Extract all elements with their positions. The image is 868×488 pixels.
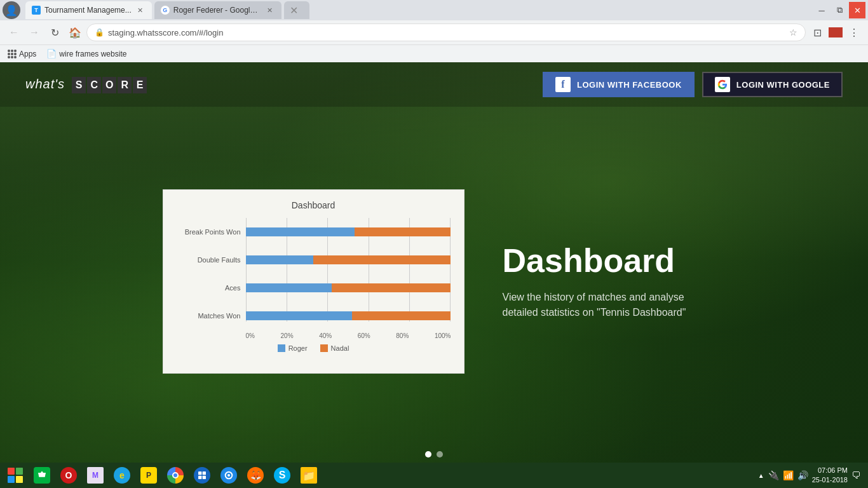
tab-close-active[interactable]: ✕ [135, 5, 146, 15]
score-e: E [133, 77, 147, 93]
slide-text-panel: Dashboard View the history of matches an… [503, 243, 706, 320]
bar-matcheswon [246, 311, 451, 320]
taskbar-chrome[interactable] [163, 464, 188, 487]
store-icon [34, 467, 50, 484]
wireframes-bookmark[interactable]: 📄 wire frames website [46, 49, 126, 58]
folder-icon: 📁 [301, 467, 317, 484]
window-controls: ─ ⧉ ✕ [813, 2, 865, 18]
legend-label-nadal: Nadal [331, 344, 349, 352]
chart-label-doublefaults: Double Faults [176, 256, 246, 264]
bar-doublefaults [246, 255, 451, 264]
google-icon [715, 77, 730, 92]
restore-button[interactable]: ⧉ [831, 2, 848, 18]
tab-title-active: Tournament Manageme... [44, 6, 132, 15]
slide-description: View the history of matches and analyse … [503, 290, 706, 320]
taskbar-store[interactable] [29, 464, 55, 487]
battery-icon: 🔌 [768, 470, 779, 480]
apps-grid-icon [8, 50, 17, 58]
lock-icon: 🔒 [95, 28, 104, 37]
chart-label-breakpoints: Break Points Won [176, 228, 246, 236]
ie-icon: e [114, 467, 130, 484]
chart-row-doublefaults: Double Faults [176, 246, 451, 274]
cast-button[interactable]: ⊡ [808, 24, 826, 41]
bar-group-doublefaults [246, 255, 451, 264]
axis-100: 100% [435, 332, 451, 339]
slide-title: Dashboard [503, 243, 706, 279]
score-s: S [72, 77, 86, 93]
taskbar-skype[interactable]: S [269, 464, 295, 487]
chart-body: Break Points Won Double Faults [176, 218, 451, 339]
login-facebook-label: LOGIN WITH FACEBOOK [577, 80, 682, 90]
time-display: 07:06 PM 25-01-2018 [812, 466, 848, 485]
yellow-icon: P [140, 467, 157, 484]
hero-background: what's S C O R E f LOGIN WITH FACEBOOK [0, 62, 868, 463]
taskbar-ms[interactable]: M [83, 464, 108, 487]
login-google-label: LOGIN WITH GOOGLE [736, 80, 830, 90]
chart-xaxis: 0% 20% 40% 60% 80% 100% [246, 330, 451, 339]
svg-rect-0 [198, 471, 201, 475]
chrome-center [172, 472, 179, 478]
bookmark-star-icon[interactable]: ☆ [789, 27, 797, 37]
start-button[interactable] [3, 463, 28, 488]
taskbar-yellow[interactable]: P [136, 464, 161, 487]
facebook-icon: f [555, 77, 571, 92]
logo-score: S C O R E [72, 77, 147, 93]
bar-blue-aces [246, 283, 332, 292]
taskbar-ie[interactable]: e [109, 464, 135, 487]
login-google-button[interactable]: LOGIN WITH GOOGLE [702, 72, 843, 97]
legend-nadal: Nadal [320, 344, 349, 352]
windows-icon [8, 468, 23, 483]
more-menu-button[interactable]: ⋮ [845, 24, 863, 41]
firefox-icon: 🦊 [247, 467, 264, 484]
apps-label: Apps [19, 50, 36, 58]
tab-empty[interactable]: ✕ [284, 1, 309, 19]
legend-dot-nadal [320, 344, 328, 352]
chart-row-aces: Aces [176, 274, 451, 302]
apps-bookmark[interactable]: Apps [8, 50, 36, 58]
legend-dot-roger [278, 344, 285, 352]
login-facebook-button[interactable]: f LOGIN WITH FACEBOOK [543, 72, 695, 97]
volume-icon: 🔊 [797, 470, 808, 480]
flag-icon [829, 27, 843, 37]
svg-rect-3 [203, 476, 206, 479]
slide-dot-2[interactable] [437, 451, 443, 458]
logo-whats: what's [25, 77, 65, 91]
reload-button[interactable]: ↻ [46, 24, 64, 41]
taskbar-app-blue1[interactable] [189, 464, 215, 487]
doc-icon: 📄 [46, 49, 57, 58]
tab-active[interactable]: T Tournament Manageme... ✕ [25, 1, 152, 19]
notif-arrow-icon[interactable]: ▲ [758, 472, 764, 479]
chart-row-breakpoints: Break Points Won [176, 218, 451, 246]
tab-google[interactable]: G Roger Federer - Google ... ✕ [154, 1, 281, 19]
back-button[interactable]: ← [5, 24, 23, 41]
date-text: 25-01-2018 [812, 475, 848, 485]
chart-title: Dashboard [176, 200, 451, 210]
home-button[interactable]: 🏠 [66, 24, 84, 41]
tab-close-google[interactable]: ✕ [265, 5, 275, 15]
site-header: what's S C O R E f LOGIN WITH FACEBOOK [0, 62, 868, 107]
minimize-button[interactable]: ─ [813, 2, 830, 18]
bar-orange-aces [332, 283, 451, 292]
main-content: what's S C O R E f LOGIN WITH FACEBOOK [0, 62, 868, 463]
profile-icon[interactable]: 👤 [3, 1, 20, 19]
bar-orange-doublefaults [313, 255, 451, 264]
slide-dot-1[interactable] [425, 451, 431, 458]
address-bar[interactable]: 🔒 staging.whatsscore.com/#/login ☆ [86, 24, 806, 41]
action-center-icon[interactable]: 🗨 [851, 470, 860, 480]
bar-orange-breakpoints [355, 227, 451, 236]
close-button[interactable]: ✕ [849, 2, 865, 18]
axis-60: 60% [358, 332, 370, 339]
tab-close-empty[interactable]: ✕ [289, 5, 299, 15]
axis-20: 20% [281, 332, 294, 339]
taskbar-app-blue2[interactable] [216, 464, 241, 487]
chrome-icon [167, 467, 184, 484]
taskbar-firefox[interactable]: 🦊 [243, 464, 268, 487]
forward-button[interactable]: → [25, 24, 43, 41]
taskbar-folder[interactable]: 📁 [296, 464, 322, 487]
svg-rect-2 [198, 476, 201, 479]
taskbar: O M e P [0, 463, 868, 488]
title-bar: 👤 T Tournament Manageme... ✕ G Roger Fed… [0, 0, 868, 20]
time-text: 07:06 PM [812, 466, 848, 475]
taskbar-opera[interactable]: O [56, 464, 81, 487]
tab-favicon-google: G [161, 6, 170, 15]
